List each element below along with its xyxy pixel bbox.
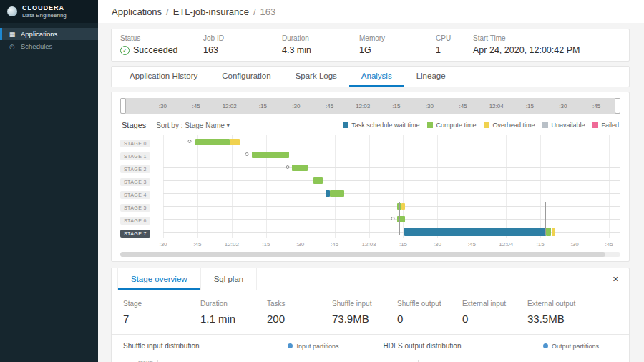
field-label: Job ID bbox=[203, 34, 282, 42]
tab-lineage[interactable]: Lineage bbox=[404, 67, 458, 87]
axis-tick-label: :15 bbox=[399, 241, 407, 248]
gantt-rows: STAGE 0STAGE 1STAGE 2STAGE 3STAGE 4STAGE… bbox=[120, 135, 620, 238]
stat-shuffle-output: Shuffle output 0 bbox=[397, 300, 462, 325]
stage-track[interactable] bbox=[163, 161, 620, 174]
scrubber-tick-label: :30 bbox=[426, 103, 434, 109]
stage-track[interactable] bbox=[163, 148, 620, 161]
stage-label: STAGE 2 bbox=[120, 165, 150, 173]
stage-track[interactable] bbox=[163, 212, 620, 225]
scrubber-left-handle[interactable] bbox=[120, 98, 126, 114]
gantt-bar-overhead[interactable] bbox=[401, 203, 405, 210]
chevron-down-icon: ▾ bbox=[227, 122, 230, 129]
gantt-bar-compute[interactable] bbox=[330, 190, 344, 197]
gantt-bar-compute[interactable] bbox=[313, 177, 323, 184]
chart-legend: Output partitions bbox=[543, 343, 618, 350]
axis-tick-label: :45 bbox=[468, 241, 476, 248]
tab-configuration[interactable]: Configuration bbox=[210, 67, 283, 87]
stage-label: STAGE 3 bbox=[120, 178, 150, 186]
timeline-scrubber[interactable]: :30:4512:02:15:30:4512:03:15:30:4512:04:… bbox=[120, 98, 620, 114]
chart-title: HDFS output distribution bbox=[384, 342, 462, 350]
stage-track[interactable] bbox=[163, 187, 620, 200]
gantt-bar-overhead[interactable] bbox=[230, 139, 240, 145]
stat-value: 200 bbox=[267, 313, 332, 325]
field-label: Status bbox=[120, 34, 203, 42]
breadcrumb-applications[interactable]: Applications bbox=[112, 6, 162, 17]
sidebar-item-applications[interactable]: ▦ Applications bbox=[0, 28, 98, 40]
tab-sql-plan[interactable]: Sql plan bbox=[201, 268, 258, 290]
tab-spark-logs[interactable]: Spark Logs bbox=[283, 67, 349, 87]
field-value: 1 bbox=[436, 45, 473, 55]
gantt-bar-compute[interactable] bbox=[397, 216, 406, 222]
axis-tick-label: :45 bbox=[331, 241, 338, 248]
job-summary-card: Status ✓ Succeeded Job ID 163 Duration 4… bbox=[111, 29, 630, 62]
chart-head: HDFS output distribution Output partitio… bbox=[384, 342, 618, 350]
axis-tick-label: :45 bbox=[605, 241, 613, 248]
gantt-row: STAGE 6 bbox=[120, 212, 620, 225]
stage-track[interactable] bbox=[163, 200, 620, 212]
axis-tick-label: 12:03 bbox=[362, 241, 376, 248]
gantt-bar-compute[interactable] bbox=[546, 228, 552, 236]
tab-analysis[interactable]: Analysis bbox=[349, 67, 404, 87]
stage-label-cell: STAGE 5 bbox=[120, 200, 157, 212]
scrubber-tick-label: :30 bbox=[159, 103, 167, 109]
gantt-row: STAGE 7 bbox=[120, 225, 620, 238]
sidebar-item-schedules[interactable]: ◷ Schedules bbox=[0, 40, 98, 52]
stage-stats: Stage 7 Duration 1.1 min Tasks 200 Shuff… bbox=[112, 290, 629, 334]
axis-tick-label: :30 bbox=[296, 241, 304, 248]
chart-title: Shuffle input distribution bbox=[123, 342, 200, 350]
summary-field-job-id: Job ID 163 bbox=[203, 34, 282, 55]
scrollbar-thumb[interactable] bbox=[120, 252, 605, 257]
legend-dot-icon bbox=[543, 343, 548, 348]
scrubber-tick-label: :30 bbox=[292, 103, 300, 109]
stat-value: 7 bbox=[123, 313, 200, 325]
gantt-bar-compute[interactable] bbox=[195, 139, 230, 145]
field-label: Duration bbox=[282, 34, 359, 42]
stage-label-cell: STAGE 7 bbox=[120, 225, 157, 238]
stage-start-marker bbox=[286, 165, 290, 169]
applications-icon: ▦ bbox=[9, 31, 16, 38]
axis-tick-label: :30 bbox=[571, 241, 579, 248]
stat-label: External output bbox=[527, 300, 575, 308]
stage-track[interactable] bbox=[163, 174, 620, 187]
axis-tick-label: :15 bbox=[537, 241, 545, 248]
content: Status ✓ Succeeded Job ID 163 Duration 4… bbox=[98, 23, 644, 362]
breadcrumb-job-name[interactable]: ETL-job-insurance bbox=[173, 6, 249, 17]
stage-start-marker bbox=[245, 152, 248, 156]
row-line bbox=[163, 167, 620, 168]
stage-label-cell: STAGE 3 bbox=[120, 174, 157, 187]
scrubber-right-handle[interactable] bbox=[615, 98, 620, 114]
scrubber-tick-label: 12:04 bbox=[489, 103, 504, 109]
tab-stage-overview[interactable]: Stage overview bbox=[117, 268, 201, 290]
axis-tick-label: :30 bbox=[434, 241, 441, 248]
gantt-legend: Task schedule wait timeCompute timeOverh… bbox=[343, 122, 619, 129]
gantt-bar-wait[interactable] bbox=[326, 190, 330, 197]
stage-track[interactable] bbox=[163, 135, 620, 148]
stage-label: STAGE 0 bbox=[120, 140, 150, 147]
stage-label-cell: STAGE 4 bbox=[120, 187, 157, 200]
field-value: 1G bbox=[359, 45, 436, 55]
row-line bbox=[163, 206, 620, 207]
legend-label: Unavailable bbox=[551, 122, 585, 129]
sort-by-control[interactable]: Sort by : Stage Name ▾ bbox=[156, 122, 230, 129]
status-value: ✓ Succeeded bbox=[120, 45, 203, 55]
close-icon[interactable]: ✕ bbox=[602, 275, 629, 284]
stat-external-input: External input 0 bbox=[462, 300, 527, 325]
breadcrumb-separator: / bbox=[253, 6, 256, 17]
analysis-card: :30:4512:02:15:30:4512:03:15:30:4512:04:… bbox=[111, 92, 630, 262]
field-label: Memory bbox=[359, 34, 436, 42]
gantt-row: STAGE 0 bbox=[120, 135, 620, 148]
gantt-bar-compute[interactable] bbox=[252, 152, 289, 158]
gantt-bar-wait[interactable] bbox=[404, 228, 545, 236]
sort-by-label: Sort by : Stage Name bbox=[156, 122, 225, 129]
dist-chart: Shuffle input distribution Input partiti… bbox=[123, 342, 358, 362]
gantt-row: STAGE 5 bbox=[120, 200, 620, 212]
nav-label: Applications bbox=[21, 30, 57, 38]
chart-legend: Input partitions bbox=[288, 343, 357, 350]
tab-application-history[interactable]: Application History bbox=[117, 67, 210, 87]
row-line bbox=[163, 180, 620, 181]
gantt-bar-overhead[interactable] bbox=[552, 228, 556, 236]
chart-head: Shuffle input distribution Input partiti… bbox=[123, 342, 358, 350]
gantt-bar-compute[interactable] bbox=[292, 165, 308, 171]
stage-track[interactable] bbox=[163, 225, 620, 238]
stat-label: Tasks bbox=[267, 300, 332, 308]
